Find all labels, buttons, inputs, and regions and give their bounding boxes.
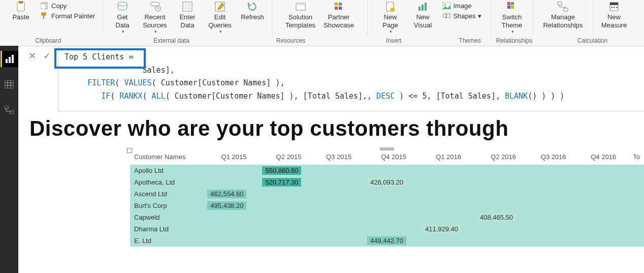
table-row[interactable]: Dharma Ltd411,929.40 — [130, 223, 644, 235]
cell-empty — [520, 211, 570, 223]
report-canvas[interactable]: Discover who are your top customers thro… — [21, 114, 644, 273]
column-header[interactable]: Q3 2016 — [520, 151, 570, 165]
enter-data-button[interactable]: Enter Data — [171, 0, 204, 29]
report-view-button[interactable] — [1, 51, 18, 67]
column-header[interactable]: Q1 2015 — [196, 151, 250, 165]
cell-empty — [305, 200, 356, 211]
model-view-button[interactable] — [1, 102, 17, 118]
svg-rect-28 — [507, 6, 510, 9]
copy-icon — [40, 2, 49, 10]
refresh-button[interactable]: Refresh — [236, 0, 269, 21]
ribbon-group-labels: Clipboard External data Resources Insert… — [0, 36, 644, 46]
recent-sources-button[interactable]: Recent Sources▾ — [139, 0, 171, 35]
manage-relationships-icon — [557, 1, 568, 12]
solution-templates-button[interactable]: Solution Templates — [281, 0, 319, 29]
cell-empty — [305, 188, 356, 200]
partner-showcase-button[interactable]: Partner Showcase — [319, 0, 358, 29]
cell-empty — [570, 211, 621, 223]
matrix-visual[interactable]: Customer NamesQ1 2015Q2 2015Q3 2015Q4 20… — [130, 151, 644, 247]
format-painter-icon — [40, 12, 49, 20]
column-header[interactable]: Q1 2016 — [410, 151, 465, 165]
get-data-button[interactable]: Get Data▾ — [106, 0, 139, 35]
solution-templates-icon — [296, 1, 306, 12]
svg-rect-3 — [41, 4, 46, 9]
svg-text:+: + — [392, 8, 394, 12]
cell-empty — [465, 188, 520, 200]
table-row[interactable]: Capweld408,465.50 — [130, 211, 644, 223]
shapes-icon — [442, 12, 451, 20]
svg-rect-14 — [335, 7, 338, 10]
cell-empty — [620, 235, 644, 247]
cell-empty — [620, 200, 644, 211]
cell-empty — [570, 223, 621, 235]
svg-rect-31 — [564, 8, 568, 11]
cell-value: 550,860.60 — [250, 165, 305, 176]
cell-empty — [570, 165, 621, 176]
shapes-button[interactable]: Shapes▾ — [439, 11, 484, 20]
column-header[interactable]: Q2 2016 — [465, 151, 520, 165]
manage-relationships-button[interactable]: Manage Relationships — [539, 0, 587, 29]
copy-button[interactable]: Copy — [37, 1, 98, 10]
formula-commit-button[interactable]: ✓ — [43, 50, 51, 62]
cell-empty — [570, 176, 621, 188]
resize-handle-icon[interactable] — [127, 148, 132, 153]
switch-theme-button[interactable]: Switch Theme▾ — [496, 0, 528, 35]
table-row[interactable]: Ascend Ltd462,554.60 — [130, 188, 644, 200]
cell-empty — [520, 235, 570, 247]
table-row[interactable]: Apotheca, Ltd520,717.30426,093.20 — [130, 176, 644, 188]
new-measure-button[interactable]: New Measure — [597, 0, 631, 29]
svg-rect-15 — [339, 7, 342, 10]
svg-rect-27 — [511, 2, 514, 5]
image-icon — [442, 2, 451, 10]
formula-cancel-button[interactable]: ✕ — [28, 50, 36, 62]
formula-input[interactable]: Top 5 Clients = Sales], FILTER( VALUES( … — [58, 47, 644, 111]
cell-empty — [465, 223, 520, 235]
switch-theme-icon — [507, 1, 517, 12]
column-header[interactable]: To — [620, 151, 644, 165]
cell-empty — [196, 211, 250, 223]
new-page-button[interactable]: + New Page▾ — [374, 0, 406, 35]
column-header[interactable]: Q2 2015 — [250, 151, 305, 165]
column-header[interactable]: Customer Names — [130, 151, 196, 165]
refresh-icon — [247, 1, 257, 12]
paste-label: Paste — [12, 13, 29, 21]
image-button[interactable]: Image — [439, 1, 484, 10]
cell-empty — [356, 200, 410, 211]
table-row[interactable]: E. Ltd449,442.70 — [130, 235, 644, 247]
cell-empty — [196, 223, 250, 235]
new-visual-button[interactable]: New Visual — [406, 0, 439, 29]
cell-empty — [410, 235, 465, 247]
cell-empty — [520, 176, 570, 188]
svg-rect-21 — [425, 3, 427, 11]
column-header[interactable]: Q4 2015 — [356, 151, 410, 165]
cell-empty — [305, 176, 356, 188]
drag-handle-icon[interactable] — [380, 147, 394, 150]
data-view-button[interactable] — [1, 76, 17, 93]
group-calculations: Calculation — [541, 36, 644, 46]
cell-empty — [410, 188, 465, 200]
group-clipboard: Clipboard — [0, 36, 96, 46]
cell-empty — [465, 235, 520, 247]
recent-sources-icon — [149, 1, 160, 12]
cell-empty — [520, 188, 570, 200]
cell-empty — [410, 165, 465, 176]
table-row[interactable]: Burt's Corp495,438.20 — [130, 200, 644, 211]
svg-rect-12 — [335, 3, 338, 6]
format-painter-button[interactable]: Format Painter — [37, 11, 98, 20]
cell-empty — [620, 176, 644, 188]
paste-button[interactable]: Paste — [5, 0, 37, 21]
cell-empty — [305, 235, 356, 247]
cell-empty — [305, 211, 356, 223]
edit-queries-button[interactable]: Edit Queries▾ — [204, 0, 236, 35]
cell-empty — [620, 223, 644, 235]
svg-rect-42 — [10, 111, 14, 114]
cell-empty — [305, 223, 356, 235]
column-header[interactable]: Q4 2016 — [570, 151, 621, 165]
new-measure-icon — [609, 1, 619, 12]
column-header[interactable]: Q3 2015 — [305, 151, 356, 165]
table-row[interactable]: Apollo Ltd550,860.60 — [130, 165, 644, 176]
row-header: Capweld — [130, 211, 196, 223]
svg-rect-33 — [610, 3, 618, 5]
cell-value: 495,438.20 — [196, 200, 250, 211]
cell-empty — [570, 235, 621, 247]
